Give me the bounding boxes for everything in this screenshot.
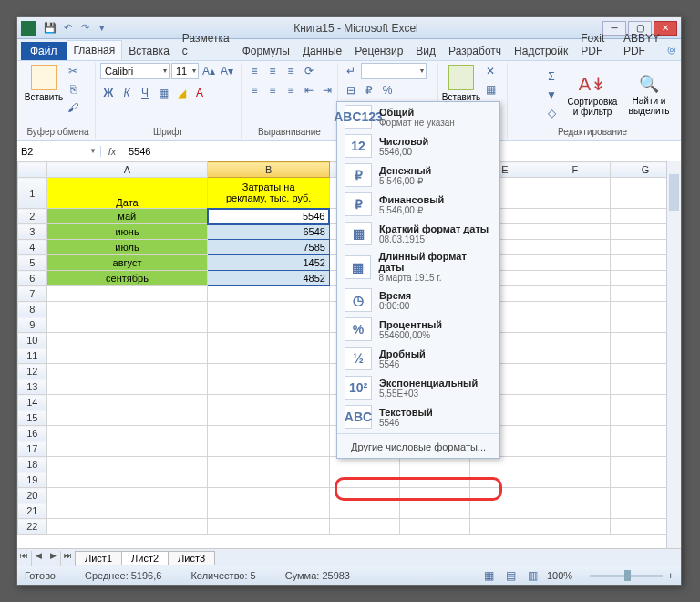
tab-foxit[interactable]: Foxit PDF xyxy=(574,29,617,60)
cell-B1[interactable]: Затраты нарекламу, тыс. руб. xyxy=(208,178,330,209)
qat-dropdown-icon[interactable]: ▾ xyxy=(95,21,109,36)
sheet-tab-3[interactable]: Лист3 xyxy=(168,551,215,565)
tab-addins[interactable]: Надстройк xyxy=(508,42,574,60)
number-format-item-дробный[interactable]: ½ Дробный5546 xyxy=(337,344,499,373)
fill-color-button[interactable]: ◢ xyxy=(173,85,190,101)
delete-cells-icon[interactable]: ✕ xyxy=(482,63,499,79)
qat-save-icon[interactable]: 💾 xyxy=(43,21,57,36)
align-top-icon[interactable]: ≡ xyxy=(246,63,262,79)
sheet-tab-1[interactable]: Лист1 xyxy=(75,551,122,565)
align-center-icon[interactable]: ≡ xyxy=(264,82,281,99)
bold-button[interactable]: Ж xyxy=(100,85,117,101)
cell-A3[interactable]: июнь xyxy=(46,224,208,240)
file-tab[interactable]: Файл xyxy=(21,42,67,60)
sheet-nav-first-icon[interactable]: ⏮ xyxy=(17,551,32,566)
tab-home[interactable]: Главная xyxy=(67,40,123,60)
tab-insert[interactable]: Вставка xyxy=(122,42,176,60)
cell-B4[interactable]: 7585 xyxy=(208,240,330,255)
cell-A6[interactable]: сентябрь xyxy=(46,271,208,286)
merge-icon[interactable]: ⊟ xyxy=(343,82,359,99)
tab-abbyy[interactable]: ABBYY PDF xyxy=(617,29,667,60)
name-box[interactable]: B2▼ xyxy=(17,146,101,157)
sheet-nav-prev-icon[interactable]: ◀ xyxy=(32,551,46,566)
col-header-A[interactable]: A xyxy=(46,162,208,178)
number-format-item-денежный[interactable]: ₽ Денежный5 546,00 ₽ xyxy=(337,161,499,190)
tab-view[interactable]: Вид xyxy=(409,42,442,60)
cell-A2[interactable]: май xyxy=(46,209,208,224)
clear-icon[interactable]: ◇ xyxy=(543,105,560,121)
increase-font-icon[interactable]: A▴ xyxy=(201,63,217,79)
format-painter-icon[interactable]: 🖌 xyxy=(65,99,81,116)
view-normal-icon[interactable]: ▦ xyxy=(481,567,498,584)
number-format-item-текстовый[interactable]: ABC Текстовый5546 xyxy=(337,402,499,431)
cell-A1[interactable]: Дата xyxy=(46,178,208,209)
zoom-in-button[interactable]: + xyxy=(668,570,674,581)
number-format-combo[interactable] xyxy=(361,63,427,79)
number-format-item-числовой[interactable]: 12 Числовой5546,00 xyxy=(337,131,499,161)
col-header-B[interactable]: B xyxy=(208,162,330,178)
cell-B6[interactable]: 4852 xyxy=(208,271,330,286)
sheet-nav-last-icon[interactable]: ⏭ xyxy=(61,551,76,566)
find-select-button[interactable]: 🔍 Найти и выделить xyxy=(625,72,673,118)
qat-undo-icon[interactable]: ↶ xyxy=(60,21,75,36)
insert-cells-button[interactable]: Вставить xyxy=(443,63,479,104)
border-button[interactable]: ▦ xyxy=(155,85,171,101)
wrap-text-icon[interactable]: ↵ xyxy=(343,63,359,79)
nf-icon: % xyxy=(345,317,372,341)
decrease-indent-icon[interactable]: ⇤ xyxy=(301,82,317,99)
tab-formulas[interactable]: Формулы xyxy=(236,42,296,60)
autosum-icon[interactable]: Σ xyxy=(543,68,560,85)
sheet-nav-next-icon[interactable]: ▶ xyxy=(46,551,61,566)
cut-icon[interactable]: ✂ xyxy=(65,63,81,79)
underline-button[interactable]: Ч xyxy=(137,85,153,101)
align-right-icon[interactable]: ≡ xyxy=(283,82,299,99)
view-pagelayout-icon[interactable]: ▤ xyxy=(503,567,520,584)
font-size-combo[interactable]: 11 xyxy=(171,63,199,79)
cell-A5[interactable]: август xyxy=(46,255,208,271)
copy-icon[interactable]: ⎘ xyxy=(65,81,81,98)
cell-B5[interactable]: 1452 xyxy=(208,255,330,271)
number-format-item-процентный[interactable]: % Процентный554600,00% xyxy=(337,315,499,344)
col-header-F[interactable]: F xyxy=(540,162,610,178)
orientation-icon[interactable]: ⟳ xyxy=(301,63,317,79)
font-color-button[interactable]: A xyxy=(191,85,208,101)
align-bottom-icon[interactable]: ≡ xyxy=(283,63,299,79)
zoom-level[interactable]: 100% xyxy=(547,570,572,581)
tab-review[interactable]: Рецензир xyxy=(348,42,409,60)
format-cells-icon[interactable]: ▦ xyxy=(482,81,499,98)
cell-B2[interactable]: 5546 xyxy=(208,209,330,224)
cell-A4[interactable]: июль xyxy=(46,240,208,255)
number-format-item-время[interactable]: ◷ Время0:00:00 xyxy=(337,285,499,315)
paste-button[interactable]: Вставить xyxy=(26,63,62,104)
sort-filter-button[interactable]: A↡ Сортировка и фильтр xyxy=(565,71,620,119)
number-format-item-общий[interactable]: ABC123 ОбщийФормат не указан xyxy=(337,102,499,131)
font-name-combo[interactable]: Calibri xyxy=(100,63,170,79)
number-format-more[interactable]: Другие числовые форматы... xyxy=(337,436,499,458)
help-icon[interactable]: ◎ xyxy=(667,44,677,60)
zoom-out-button[interactable]: − xyxy=(578,570,583,581)
fx-icon[interactable]: fx xyxy=(101,146,123,157)
zoom-slider[interactable] xyxy=(590,575,663,577)
italic-button[interactable]: К xyxy=(118,85,135,101)
percent-icon[interactable]: % xyxy=(379,82,396,99)
currency-icon[interactable]: ₽ xyxy=(361,82,377,99)
sheet-tab-2[interactable]: Лист2 xyxy=(121,551,169,565)
fill-icon[interactable]: ▼ xyxy=(543,87,560,103)
decrease-font-icon[interactable]: A▾ xyxy=(219,63,235,79)
cell-B3[interactable]: 6548 xyxy=(208,224,330,240)
view-pagebreak-icon[interactable]: ▥ xyxy=(525,567,541,584)
tab-developer[interactable]: Разработч xyxy=(442,42,508,60)
qat-redo-icon[interactable]: ↷ xyxy=(77,21,92,36)
align-middle-icon[interactable]: ≡ xyxy=(264,63,281,79)
increase-indent-icon[interactable]: ⇥ xyxy=(319,82,335,99)
number-format-item-экспоненциальный[interactable]: 10² Экспоненциальный5,55E+03 xyxy=(337,373,499,402)
row-header[interactable]: 1 xyxy=(18,178,47,209)
tab-pagelayout[interactable]: Разметка с xyxy=(176,29,236,60)
select-all-corner[interactable] xyxy=(18,162,47,178)
vertical-scrollbar[interactable] xyxy=(666,161,681,548)
number-format-item-финансовый[interactable]: ₽ Финансовый5 546,00 ₽ xyxy=(337,190,499,219)
align-left-icon[interactable]: ≡ xyxy=(246,82,262,99)
number-format-item-краткий-формат-даты[interactable]: ▦ Краткий формат даты08.03.1915 xyxy=(337,219,499,248)
number-format-item-длинный-формат-даты[interactable]: ▦ Длинный формат даты8 марта 1915 г. xyxy=(337,248,499,285)
tab-data[interactable]: Данные xyxy=(296,42,348,60)
